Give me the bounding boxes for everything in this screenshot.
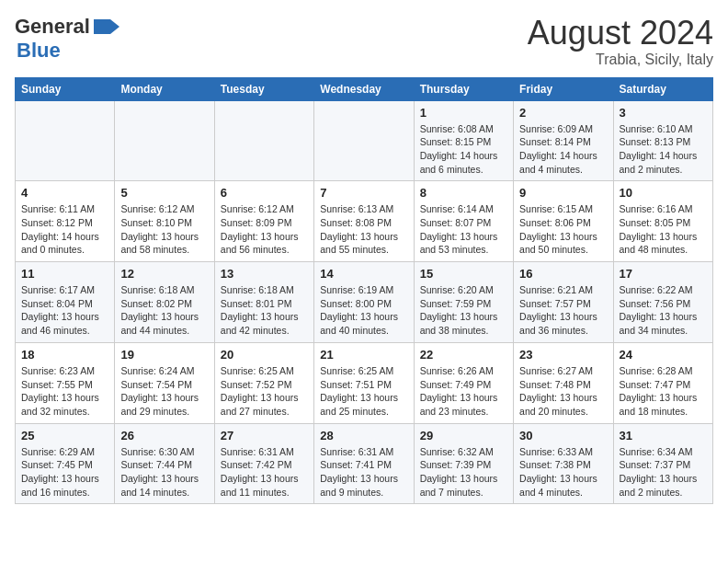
calendar-cell: 17Sunrise: 6:22 AMSunset: 7:56 PMDayligh… — [613, 262, 712, 343]
day-number: 26 — [120, 429, 208, 442]
calendar-cell: 4Sunrise: 6:11 AMSunset: 8:12 PMDaylight… — [16, 181, 115, 262]
calendar-cell — [115, 100, 214, 181]
day-number: 22 — [420, 348, 507, 362]
calendar-body: 1Sunrise: 6:08 AMSunset: 8:15 PMDaylight… — [16, 100, 713, 504]
calendar-cell: 19Sunrise: 6:24 AMSunset: 7:54 PMDayligh… — [115, 342, 214, 423]
day-info: Sunrise: 6:20 AMSunset: 7:59 PMDaylight:… — [420, 283, 507, 338]
calendar-subtitle: Trabia, Sicily, Italy — [528, 52, 713, 68]
day-info: Sunrise: 6:19 AMSunset: 8:00 PMDaylight:… — [320, 283, 407, 338]
day-number: 15 — [420, 267, 507, 281]
day-number: 3 — [620, 106, 707, 120]
calendar-cell: 29Sunrise: 6:32 AMSunset: 7:39 PMDayligh… — [414, 423, 513, 504]
calendar-cell: 8Sunrise: 6:14 AMSunset: 8:07 PMDaylight… — [414, 181, 513, 262]
day-info: Sunrise: 6:32 AMSunset: 7:39 PMDaylight:… — [420, 445, 507, 500]
calendar-cell: 25Sunrise: 6:29 AMSunset: 7:45 PMDayligh… — [16, 423, 115, 504]
calendar-cell: 31Sunrise: 6:34 AMSunset: 7:37 PMDayligh… — [613, 423, 712, 504]
calendar-cell — [314, 100, 414, 181]
calendar-cell: 2Sunrise: 6:09 AMSunset: 8:14 PMDaylight… — [514, 100, 613, 181]
day-number: 21 — [320, 348, 407, 362]
day-info: Sunrise: 6:18 AMSunset: 8:02 PMDaylight:… — [120, 283, 208, 338]
calendar-cell — [16, 100, 115, 181]
calendar-week-4: 25Sunrise: 6:29 AMSunset: 7:45 PMDayligh… — [16, 423, 713, 504]
day-number: 7 — [320, 186, 407, 200]
calendar-cell: 7Sunrise: 6:13 AMSunset: 8:08 PMDaylight… — [314, 181, 414, 262]
day-info: Sunrise: 6:08 AMSunset: 8:15 PMDaylight:… — [420, 122, 507, 177]
day-info: Sunrise: 6:22 AMSunset: 7:56 PMDaylight:… — [620, 283, 707, 338]
day-info: Sunrise: 6:12 AMSunset: 8:10 PMDaylight:… — [120, 202, 208, 257]
day-number: 23 — [519, 348, 607, 362]
day-info: Sunrise: 6:11 AMSunset: 8:12 PMDaylight:… — [21, 202, 108, 257]
day-number: 6 — [221, 186, 308, 200]
day-info: Sunrise: 6:09 AMSunset: 8:14 PMDaylight:… — [519, 122, 607, 177]
weekday-header-friday: Friday — [514, 77, 613, 100]
page-header: General Blue August 2024 Trabia, Sicily,… — [15, 15, 713, 68]
calendar-cell: 22Sunrise: 6:26 AMSunset: 7:49 PMDayligh… — [414, 342, 513, 423]
calendar-cell: 24Sunrise: 6:28 AMSunset: 7:47 PMDayligh… — [613, 342, 712, 423]
weekday-header-monday: Monday — [115, 77, 214, 100]
day-number: 31 — [620, 429, 707, 442]
calendar-cell: 23Sunrise: 6:27 AMSunset: 7:48 PMDayligh… — [514, 342, 613, 423]
day-number: 11 — [21, 267, 108, 281]
calendar-cell: 6Sunrise: 6:12 AMSunset: 8:09 PMDaylight… — [214, 181, 313, 262]
calendar-cell: 9Sunrise: 6:15 AMSunset: 8:06 PMDaylight… — [514, 181, 613, 262]
day-info: Sunrise: 6:25 AMSunset: 7:51 PMDaylight:… — [320, 364, 407, 419]
logo-text: General — [15, 15, 90, 39]
svg-marker-0 — [94, 19, 119, 34]
weekday-header-wednesday: Wednesday — [314, 77, 414, 100]
calendar-cell: 26Sunrise: 6:30 AMSunset: 7:44 PMDayligh… — [115, 423, 214, 504]
day-number: 24 — [620, 348, 707, 362]
day-info: Sunrise: 6:14 AMSunset: 8:07 PMDaylight:… — [420, 202, 507, 257]
day-info: Sunrise: 6:28 AMSunset: 7:47 PMDaylight:… — [620, 364, 707, 419]
day-info: Sunrise: 6:27 AMSunset: 7:48 PMDaylight:… — [519, 364, 607, 419]
weekday-header-saturday: Saturday — [613, 77, 712, 100]
day-info: Sunrise: 6:31 AMSunset: 7:41 PMDaylight:… — [320, 445, 407, 500]
calendar-title: August 2024 — [528, 15, 713, 52]
calendar-cell: 28Sunrise: 6:31 AMSunset: 7:41 PMDayligh… — [314, 423, 414, 504]
day-number: 17 — [620, 267, 707, 281]
calendar-week-1: 4Sunrise: 6:11 AMSunset: 8:12 PMDaylight… — [16, 181, 713, 262]
day-info: Sunrise: 6:10 AMSunset: 8:13 PMDaylight:… — [620, 122, 707, 177]
weekday-header-row: SundayMondayTuesdayWednesdayThursdayFrid… — [16, 77, 713, 100]
day-info: Sunrise: 6:21 AMSunset: 7:57 PMDaylight:… — [519, 283, 607, 338]
calendar-header: SundayMondayTuesdayWednesdayThursdayFrid… — [16, 77, 713, 100]
calendar-week-0: 1Sunrise: 6:08 AMSunset: 8:15 PMDaylight… — [16, 100, 713, 181]
day-info: Sunrise: 6:26 AMSunset: 7:49 PMDaylight:… — [420, 364, 507, 419]
day-info: Sunrise: 6:31 AMSunset: 7:42 PMDaylight:… — [221, 445, 308, 500]
day-info: Sunrise: 6:15 AMSunset: 8:06 PMDaylight:… — [519, 202, 607, 257]
calendar-cell: 16Sunrise: 6:21 AMSunset: 7:57 PMDayligh… — [514, 262, 613, 343]
calendar-cell: 3Sunrise: 6:10 AMSunset: 8:13 PMDaylight… — [613, 100, 712, 181]
day-info: Sunrise: 6:23 AMSunset: 7:55 PMDaylight:… — [21, 364, 108, 419]
day-number: 13 — [221, 267, 308, 281]
day-info: Sunrise: 6:24 AMSunset: 7:54 PMDaylight:… — [120, 364, 208, 419]
day-number: 14 — [320, 267, 407, 281]
calendar-cell: 18Sunrise: 6:23 AMSunset: 7:55 PMDayligh… — [16, 342, 115, 423]
weekday-header-tuesday: Tuesday — [214, 77, 313, 100]
day-number: 8 — [420, 186, 507, 200]
calendar-cell: 14Sunrise: 6:19 AMSunset: 8:00 PMDayligh… — [314, 262, 414, 343]
calendar-cell: 11Sunrise: 6:17 AMSunset: 8:04 PMDayligh… — [16, 262, 115, 343]
day-number: 12 — [120, 267, 208, 281]
day-number: 9 — [519, 186, 607, 200]
calendar-cell: 5Sunrise: 6:12 AMSunset: 8:10 PMDaylight… — [115, 181, 214, 262]
day-number: 30 — [519, 429, 607, 442]
day-info: Sunrise: 6:17 AMSunset: 8:04 PMDaylight:… — [21, 283, 108, 338]
calendar-title-block: August 2024 Trabia, Sicily, Italy — [528, 15, 713, 68]
day-number: 29 — [420, 429, 507, 442]
calendar-week-2: 11Sunrise: 6:17 AMSunset: 8:04 PMDayligh… — [16, 262, 713, 343]
weekday-header-thursday: Thursday — [414, 77, 513, 100]
day-number: 27 — [221, 429, 308, 442]
day-number: 19 — [120, 348, 208, 362]
day-number: 28 — [320, 429, 407, 442]
day-number: 4 — [21, 186, 108, 200]
day-info: Sunrise: 6:33 AMSunset: 7:38 PMDaylight:… — [519, 445, 607, 500]
calendar-cell: 20Sunrise: 6:25 AMSunset: 7:52 PMDayligh… — [214, 342, 313, 423]
calendar-cell: 10Sunrise: 6:16 AMSunset: 8:05 PMDayligh… — [613, 181, 712, 262]
calendar-cell: 1Sunrise: 6:08 AMSunset: 8:15 PMDaylight… — [414, 100, 513, 181]
day-info: Sunrise: 6:30 AMSunset: 7:44 PMDaylight:… — [120, 445, 208, 500]
day-info: Sunrise: 6:25 AMSunset: 7:52 PMDaylight:… — [221, 364, 308, 419]
logo: General Blue — [15, 15, 119, 63]
day-number: 20 — [221, 348, 308, 362]
logo-blue-text: Blue — [17, 39, 61, 63]
day-info: Sunrise: 6:18 AMSunset: 8:01 PMDaylight:… — [221, 283, 308, 338]
calendar-cell: 30Sunrise: 6:33 AMSunset: 7:38 PMDayligh… — [514, 423, 613, 504]
